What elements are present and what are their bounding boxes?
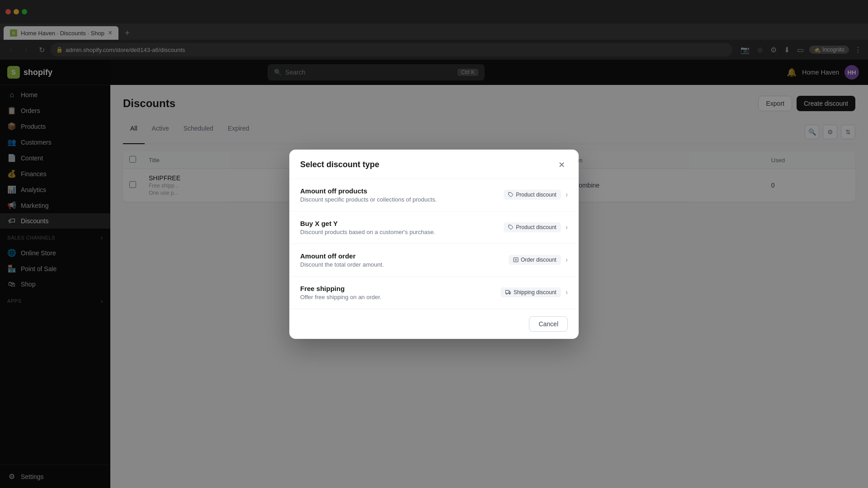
amount-off-order-info: Amount off order Discount the total orde… [300,252,509,268]
amount-off-order-arrow: › [566,256,568,264]
amount-off-products-title: Amount off products [300,187,504,195]
discount-option-free-shipping[interactable]: Free shipping Offer free shipping on an … [289,277,579,309]
order-icon [513,257,519,263]
buy-x-get-y-arrow: › [566,223,568,231]
truck-icon [505,290,511,295]
svg-rect-2 [514,258,518,262]
free-shipping-desc: Offer free shipping on an order. [300,294,500,300]
modal-header: Select discount type ✕ [289,150,579,179]
svg-marker-6 [509,291,511,293]
discount-option-amount-off-products[interactable]: Amount off products Discount specific pr… [289,179,579,211]
amount-off-order-title: Amount off order [300,252,509,260]
discount-option-amount-off-order[interactable]: Amount off order Discount the total orde… [289,244,579,277]
modal-overlay[interactable]: Select discount type ✕ Amount off produc… [0,0,868,488]
buy-x-get-y-desc: Discount products based on a customer's … [300,229,504,235]
select-discount-type-modal: Select discount type ✕ Amount off produc… [289,150,579,339]
svg-point-7 [506,293,507,295]
svg-rect-5 [505,291,509,294]
amount-off-order-badge: Order discount [509,255,561,265]
svg-point-8 [509,293,510,295]
modal-footer: Cancel [289,309,579,339]
free-shipping-arrow: › [566,288,568,296]
modal-title: Select discount type [300,160,379,169]
amount-off-products-info: Amount off products Discount specific pr… [300,187,504,203]
modal-body: Amount off products Discount specific pr… [289,179,579,309]
discount-option-buy-x-get-y[interactable]: Buy X get Y Discount products based on a… [289,211,579,244]
amount-off-products-desc: Discount specific products or collection… [300,196,504,203]
free-shipping-badge: Shipping discount [500,287,561,297]
tag-icon [508,192,514,197]
buy-x-get-y-info: Buy X get Y Discount products based on a… [300,220,504,235]
free-shipping-title: Free shipping [300,285,500,292]
buy-x-get-y-title: Buy X get Y [300,220,504,227]
buy-x-get-y-badge: Product discount [504,222,561,232]
free-shipping-info: Free shipping Offer free shipping on an … [300,285,500,300]
amount-off-order-desc: Discount the total order amount. [300,261,509,268]
amount-off-products-badge: Product discount [504,190,561,200]
modal-close-button[interactable]: ✕ [555,159,568,171]
cancel-button[interactable]: Cancel [529,316,568,332]
tag-icon-2 [508,225,514,230]
amount-off-products-arrow: › [566,191,568,199]
